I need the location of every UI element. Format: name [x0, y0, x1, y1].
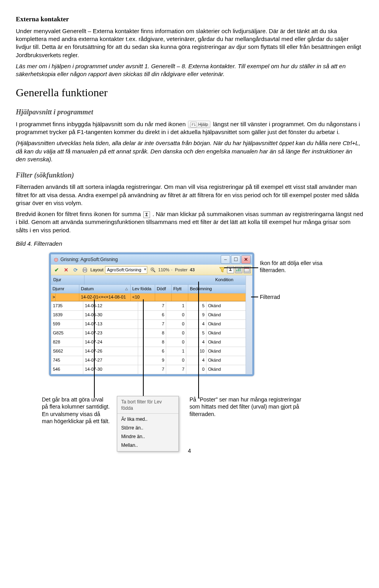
maximize-button[interactable]: ☐ — [231, 255, 240, 264]
para-externa-2: Läs mer om i hjälpen i programmet under … — [16, 62, 363, 78]
annot-line — [143, 299, 144, 398]
layout-selector[interactable]: AgroSoft:Grisning — [105, 266, 147, 274]
poster-value: 43 — [190, 267, 195, 273]
cell-lev[interactable]: 9 — [138, 356, 166, 365]
cell-lev[interactable]: 6 — [138, 310, 166, 319]
cell-datum[interactable]: 14-06-12 — [83, 301, 138, 310]
group-kondition[interactable]: Kondition — [84, 275, 252, 284]
filter-flytt[interactable] — [172, 293, 188, 301]
filter-row: > 14-02-01<=<=14-08-01 <10 — [51, 293, 252, 301]
sigma-icon[interactable]: Σ — [143, 211, 150, 218]
help-button-label: Hjälp — [198, 122, 208, 127]
col-datum[interactable]: Datum△ — [79, 285, 131, 293]
col-lev-fodda[interactable]: Lev födda — [131, 285, 155, 293]
cell-lev[interactable]: 7 — [138, 301, 166, 310]
table-row[interactable]: 183914-06-30609Okänd — [51, 310, 252, 319]
cell-lev[interactable]: 7 — [138, 365, 166, 374]
para-hjalp: I programmet finns inbyggda hjälpavsnitt… — [16, 120, 363, 136]
filter-datum[interactable]: 14-02-01<=<=14-08-01 — [79, 293, 131, 301]
group-djur[interactable]: Djur — [51, 275, 84, 284]
cell-flytt[interactable]: 5 — [186, 301, 206, 310]
cell-datum[interactable]: 14-06-30 — [83, 310, 138, 319]
table-row[interactable]: G82514-07-23805Okänd — [51, 329, 252, 338]
table-row[interactable]: 173514-06-12715Okänd — [51, 301, 252, 310]
annot-line — [224, 267, 258, 268]
svg-rect-11 — [238, 269, 239, 271]
cell-lev[interactable]: 8 — [138, 329, 166, 338]
cell-datum[interactable]: 14-07-30 — [83, 365, 138, 374]
cell-dodf[interactable]: 1 — [166, 347, 186, 356]
cell-djurnr[interactable]: 599 — [51, 319, 83, 329]
table-row[interactable]: 74514-07-27904Okänd — [51, 356, 252, 365]
close-button[interactable]: ✕ — [241, 255, 251, 264]
cell-flytt[interactable]: 0 — [186, 365, 206, 374]
f1-key-icon: F1 — [190, 122, 197, 127]
cell-djurnr[interactable]: 546 — [51, 365, 83, 374]
zoom-value: 110% — [158, 267, 169, 273]
cell-datum[interactable]: 14-07-24 — [83, 338, 138, 347]
cell-djurnr[interactable]: 1735 — [51, 301, 83, 310]
cell-flytt[interactable]: 4 — [186, 338, 206, 347]
cell-dodf[interactable]: 1 — [166, 301, 186, 310]
app-icon — [53, 257, 59, 262]
cell-lev[interactable]: 7 — [138, 319, 166, 329]
cell-flytt[interactable]: 4 — [186, 356, 206, 365]
cancel-icon[interactable]: ✕ — [62, 266, 70, 274]
table-row[interactable]: 59914-07-13704Okänd — [51, 319, 252, 329]
cell-dodf[interactable]: 0 — [166, 329, 186, 338]
window-title: Grisning: AgroSoft:Grisning — [60, 256, 118, 263]
print-icon[interactable] — [81, 266, 89, 274]
confirm-icon[interactable]: ✔ — [53, 266, 60, 274]
filter-dodf[interactable] — [155, 293, 172, 301]
cell-datum[interactable]: 14-07-13 — [83, 319, 138, 329]
cell-dodf[interactable]: 0 — [166, 310, 186, 319]
cell-dodf[interactable]: 0 — [166, 319, 186, 329]
cell-flytt[interactable]: 10 — [186, 347, 206, 356]
context-menu-item[interactable]: Mellan.. — [117, 441, 178, 450]
cell-djurnr[interactable]: S662 — [51, 347, 83, 356]
table-row[interactable]: 54614-07-30770Okänd — [51, 365, 252, 374]
cell-dodf[interactable]: 7 — [166, 365, 186, 374]
app-window: Grisning: AgroSoft:Grisning – ☐ ✕ ✔ ✕ ⟳ … — [49, 252, 254, 376]
svg-point-2 — [56, 260, 57, 261]
para-hjalp-a: I programmet finns inbyggda hjälpavsnitt… — [16, 121, 187, 127]
para-hjalp-note: (Hjälpavsnitten utvecklas hela tiden, al… — [16, 139, 363, 163]
cell-datum[interactable]: 14-07-23 — [83, 329, 138, 338]
annotation-multicolumn: Det går bra att göra urval på flera kolu… — [42, 396, 111, 425]
cell-lev[interactable]: 8 — [138, 338, 166, 347]
svg-rect-5 — [84, 271, 86, 272]
refresh-icon[interactable]: ⟳ — [71, 266, 79, 274]
cell-djurnr[interactable]: G825 — [51, 329, 83, 338]
annotation-filterrad: Filterrad — [260, 293, 280, 301]
cell-djurnr[interactable]: 745 — [51, 356, 83, 365]
sort-indicator-icon: △ — [125, 286, 128, 291]
cell-datum[interactable]: 14-07-27 — [83, 356, 138, 365]
cell-flytt[interactable]: 4 — [186, 319, 206, 329]
figure-caption: Bild 4. Filterraden — [16, 240, 363, 248]
cell-lev[interactable]: 6 — [138, 347, 166, 356]
context-menu-item[interactable]: Är lika med.. — [117, 415, 178, 424]
cell-dodf[interactable]: 0 — [166, 338, 186, 347]
zoom-in-icon[interactable] — [149, 266, 157, 274]
cell-djurnr[interactable]: 828 — [51, 338, 83, 347]
table-row[interactable]: 82814-07-24804Okänd — [51, 338, 252, 347]
svg-point-1 — [55, 260, 56, 261]
annotation-funnel: Ikon för att dölja eller visa filterrade… — [260, 259, 331, 274]
context-menu-item[interactable]: Mindre än.. — [117, 432, 178, 441]
cell-flytt[interactable]: 5 — [186, 329, 206, 338]
filter-djurnr[interactable] — [56, 293, 79, 301]
minimize-button[interactable]: – — [221, 255, 230, 264]
cell-datum[interactable]: 14-07-26 — [83, 347, 138, 356]
context-menu-title[interactable]: Ta bort filter för Lev födda — [117, 398, 178, 413]
cell-flytt[interactable]: 9 — [186, 310, 206, 319]
help-button-icon[interactable]: F1Hjälp — [188, 121, 210, 128]
para-externa-1: Under menyvalet Generellt – Externa kont… — [16, 27, 363, 59]
table-row[interactable]: S66214-07-266110Okänd — [51, 347, 252, 356]
cell-dodf[interactable]: 0 — [166, 356, 186, 365]
cell-djurnr[interactable]: 1839 — [51, 310, 83, 319]
col-dodf[interactable]: Dödf — [155, 285, 172, 293]
scrollbar[interactable] — [246, 276, 252, 374]
context-menu-item[interactable]: Större än.. — [117, 424, 178, 432]
col-flytt[interactable]: Flytt — [172, 285, 188, 293]
col-djurnr[interactable]: Djurnr — [51, 285, 79, 293]
